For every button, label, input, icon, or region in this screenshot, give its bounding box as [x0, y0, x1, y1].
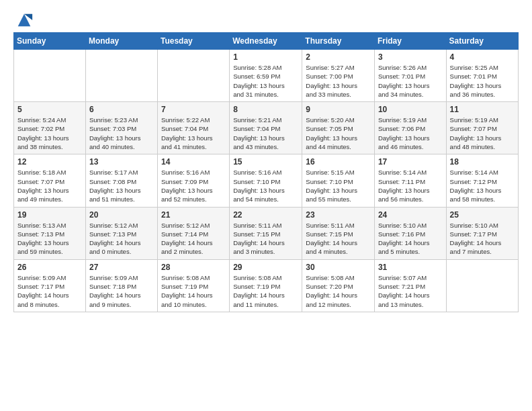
day-info: Sunrise: 5:22 AM Sunset: 7:04 PM Dayligh… — [161, 116, 226, 151]
calendar-table: SundayMondayTuesdayWednesdayThursdayFrid… — [13, 32, 519, 312]
day-number: 7 — [161, 105, 226, 114]
calendar-cell: 14Sunrise: 5:16 AM Sunset: 7:09 PM Dayli… — [158, 154, 230, 207]
calendar-cell: 27Sunrise: 5:09 AM Sunset: 7:18 PM Dayli… — [85, 259, 157, 312]
day-info: Sunrise: 5:15 AM Sunset: 7:10 PM Dayligh… — [306, 168, 371, 203]
day-number: 9 — [306, 105, 371, 114]
day-info: Sunrise: 5:14 AM Sunset: 7:11 PM Dayligh… — [378, 168, 443, 203]
calendar-cell: 28Sunrise: 5:08 AM Sunset: 7:19 PM Dayli… — [158, 259, 230, 312]
day-info: Sunrise: 5:10 AM Sunset: 7:17 PM Dayligh… — [450, 221, 515, 257]
calendar-cell: 10Sunrise: 5:19 AM Sunset: 7:06 PM Dayli… — [374, 102, 446, 154]
day-number: 30 — [306, 263, 371, 272]
calendar-week-row: 12Sunrise: 5:18 AM Sunset: 7:07 PM Dayli… — [14, 154, 519, 207]
weekday-header-thursday: Thursday — [302, 33, 375, 50]
calendar-cell: 16Sunrise: 5:15 AM Sunset: 7:10 PM Dayli… — [302, 154, 375, 207]
day-number: 21 — [161, 210, 226, 220]
calendar-cell: 7Sunrise: 5:22 AM Sunset: 7:04 PM Daylig… — [158, 102, 230, 154]
day-info: Sunrise: 5:20 AM Sunset: 7:05 PM Dayligh… — [306, 116, 371, 151]
day-info: Sunrise: 5:08 AM Sunset: 7:19 PM Dayligh… — [161, 273, 226, 309]
weekday-header-saturday: Saturday — [446, 33, 518, 50]
calendar-cell: 13Sunrise: 5:17 AM Sunset: 7:08 PM Dayli… — [85, 154, 157, 207]
day-number: 20 — [89, 210, 154, 220]
day-info: Sunrise: 5:17 AM Sunset: 7:08 PM Dayligh… — [89, 168, 154, 203]
day-number: 23 — [306, 210, 371, 220]
day-info: Sunrise: 5:12 AM Sunset: 7:13 PM Dayligh… — [89, 221, 154, 257]
calendar-week-row: 26Sunrise: 5:09 AM Sunset: 7:17 PM Dayli… — [14, 259, 519, 312]
day-number: 13 — [89, 157, 154, 167]
weekday-header-sunday: Sunday — [14, 33, 86, 50]
day-info: Sunrise: 5:11 AM Sunset: 7:15 PM Dayligh… — [306, 221, 371, 257]
header — [13, 11, 519, 26]
day-info: Sunrise: 5:24 AM Sunset: 7:02 PM Dayligh… — [17, 116, 82, 151]
calendar-cell: 26Sunrise: 5:09 AM Sunset: 7:17 PM Dayli… — [14, 259, 86, 312]
day-number: 29 — [233, 263, 298, 272]
day-number: 22 — [233, 210, 298, 220]
weekday-header-wednesday: Wednesday — [230, 33, 302, 50]
day-number: 6 — [89, 105, 154, 114]
page: SundayMondayTuesdayWednesdayThursdayFrid… — [0, 0, 532, 411]
calendar-cell: 17Sunrise: 5:14 AM Sunset: 7:11 PM Dayli… — [374, 154, 446, 207]
day-info: Sunrise: 5:08 AM Sunset: 7:20 PM Dayligh… — [306, 273, 371, 309]
calendar-cell — [446, 259, 518, 312]
calendar-cell: 12Sunrise: 5:18 AM Sunset: 7:07 PM Dayli… — [14, 154, 86, 207]
day-info: Sunrise: 5:19 AM Sunset: 7:06 PM Dayligh… — [378, 116, 443, 151]
calendar-cell: 2Sunrise: 5:27 AM Sunset: 7:00 PM Daylig… — [302, 50, 375, 102]
calendar-cell: 6Sunrise: 5:23 AM Sunset: 7:03 PM Daylig… — [85, 102, 157, 154]
day-number: 18 — [450, 157, 515, 167]
weekday-header-row: SundayMondayTuesdayWednesdayThursdayFrid… — [14, 33, 519, 50]
day-number: 3 — [378, 52, 443, 62]
day-number: 31 — [378, 263, 443, 272]
day-info: Sunrise: 5:14 AM Sunset: 7:12 PM Dayligh… — [450, 168, 515, 203]
calendar-cell: 21Sunrise: 5:12 AM Sunset: 7:14 PM Dayli… — [158, 207, 230, 259]
calendar-cell: 8Sunrise: 5:21 AM Sunset: 7:04 PM Daylig… — [230, 102, 302, 154]
day-info: Sunrise: 5:11 AM Sunset: 7:15 PM Dayligh… — [233, 221, 298, 257]
day-info: Sunrise: 5:16 AM Sunset: 7:10 PM Dayligh… — [233, 168, 298, 203]
day-number: 26 — [17, 263, 82, 272]
calendar-cell: 23Sunrise: 5:11 AM Sunset: 7:15 PM Dayli… — [302, 207, 375, 259]
calendar-cell: 19Sunrise: 5:13 AM Sunset: 7:13 PM Dayli… — [14, 207, 86, 259]
day-info: Sunrise: 5:18 AM Sunset: 7:07 PM Dayligh… — [17, 168, 82, 203]
calendar-cell — [85, 50, 157, 102]
calendar-week-row: 1Sunrise: 5:28 AM Sunset: 6:59 PM Daylig… — [14, 50, 519, 102]
day-info: Sunrise: 5:25 AM Sunset: 7:01 PM Dayligh… — [450, 63, 515, 99]
day-number: 11 — [450, 105, 515, 114]
calendar-cell: 9Sunrise: 5:20 AM Sunset: 7:05 PM Daylig… — [302, 102, 375, 154]
calendar-cell: 24Sunrise: 5:10 AM Sunset: 7:16 PM Dayli… — [374, 207, 446, 259]
calendar-week-row: 5Sunrise: 5:24 AM Sunset: 7:02 PM Daylig… — [14, 102, 519, 154]
day-info: Sunrise: 5:23 AM Sunset: 7:03 PM Dayligh… — [89, 116, 154, 151]
day-number: 1 — [233, 52, 298, 62]
calendar-cell — [14, 50, 86, 102]
day-number: 19 — [17, 210, 82, 220]
calendar-cell: 5Sunrise: 5:24 AM Sunset: 7:02 PM Daylig… — [14, 102, 86, 154]
day-number: 14 — [161, 157, 226, 167]
day-number: 15 — [233, 157, 298, 167]
day-number: 28 — [161, 263, 226, 272]
day-info: Sunrise: 5:26 AM Sunset: 7:01 PM Dayligh… — [378, 63, 443, 99]
calendar-cell: 25Sunrise: 5:10 AM Sunset: 7:17 PM Dayli… — [446, 207, 518, 259]
day-info: Sunrise: 5:09 AM Sunset: 7:18 PM Dayligh… — [89, 273, 154, 309]
calendar-cell: 4Sunrise: 5:25 AM Sunset: 7:01 PM Daylig… — [446, 50, 518, 102]
day-number: 10 — [378, 105, 443, 114]
calendar-cell: 20Sunrise: 5:12 AM Sunset: 7:13 PM Dayli… — [85, 207, 157, 259]
calendar-cell: 18Sunrise: 5:14 AM Sunset: 7:12 PM Dayli… — [446, 154, 518, 207]
day-info: Sunrise: 5:16 AM Sunset: 7:09 PM Dayligh… — [161, 168, 226, 203]
day-number: 5 — [17, 105, 82, 114]
calendar-cell: 22Sunrise: 5:11 AM Sunset: 7:15 PM Dayli… — [230, 207, 302, 259]
weekday-header-friday: Friday — [374, 33, 446, 50]
day-info: Sunrise: 5:09 AM Sunset: 7:17 PM Dayligh… — [17, 273, 82, 309]
day-info: Sunrise: 5:21 AM Sunset: 7:04 PM Dayligh… — [233, 116, 298, 151]
calendar-cell: 1Sunrise: 5:28 AM Sunset: 6:59 PM Daylig… — [230, 50, 302, 102]
calendar-cell: 30Sunrise: 5:08 AM Sunset: 7:20 PM Dayli… — [302, 259, 375, 312]
calendar-cell: 31Sunrise: 5:07 AM Sunset: 7:21 PM Dayli… — [374, 259, 446, 312]
weekday-header-monday: Monday — [85, 33, 157, 50]
day-info: Sunrise: 5:07 AM Sunset: 7:21 PM Dayligh… — [378, 273, 443, 309]
day-number: 4 — [450, 52, 515, 62]
day-number: 8 — [233, 105, 298, 114]
day-number: 12 — [17, 157, 82, 167]
logo — [13, 11, 34, 26]
day-number: 25 — [450, 210, 515, 220]
day-info: Sunrise: 5:27 AM Sunset: 7:00 PM Dayligh… — [306, 63, 371, 99]
calendar-cell — [158, 50, 230, 102]
logo-icon — [15, 11, 34, 30]
day-number: 17 — [378, 157, 443, 167]
calendar-cell: 3Sunrise: 5:26 AM Sunset: 7:01 PM Daylig… — [374, 50, 446, 102]
